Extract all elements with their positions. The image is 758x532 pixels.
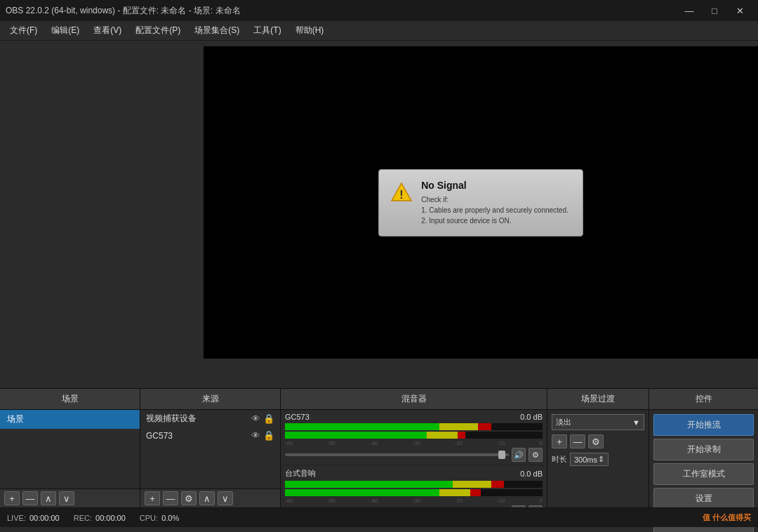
- svg-text:!: !: [400, 189, 404, 201]
- transition-toolbar: + — ⚙: [552, 434, 644, 448]
- source-visibility-icon[interactable]: 👁: [251, 413, 260, 424]
- duration-label: 时长: [552, 454, 567, 465]
- studio-mode-button[interactable]: 工作室模式: [653, 463, 754, 485]
- warning-icon: !: [390, 181, 413, 204]
- cpu-status: CPU: 0.0%: [140, 514, 179, 522]
- sources-add-button[interactable]: +: [145, 491, 160, 505]
- menu-view[interactable]: 查看(V): [86, 22, 128, 39]
- rec-label: REC:: [74, 514, 92, 522]
- mute-button-1[interactable]: 🔊: [512, 448, 526, 462]
- window-title: OBS 22.0.2 (64-bit, windows) - 配置文件: 未命名…: [6, 5, 677, 17]
- track-name-1: GC573: [285, 413, 310, 421]
- scenes-toolbar: + — ∧ ∨: [0, 488, 140, 507]
- preview-area: ! No Signal Check if: 1. Cables are prop…: [204, 46, 758, 359]
- transition-dropdown-icon: ▼: [632, 418, 640, 427]
- transition-remove-button[interactable]: —: [570, 434, 585, 448]
- sources-panel: 来源 视频捕获设备 👁 🔒 GC573 👁 🔒: [140, 389, 281, 507]
- source-lock-icon[interactable]: 🔒: [263, 413, 274, 424]
- scenes-up-button[interactable]: ∧: [41, 491, 56, 505]
- start-record-button[interactable]: 开始录制: [653, 439, 754, 460]
- volume-slider-1[interactable]: [498, 451, 505, 459]
- sources-remove-button[interactable]: —: [163, 491, 178, 505]
- scenes-down-button[interactable]: ∨: [59, 491, 74, 505]
- track-header-2: 台式音响 0.0 dB: [285, 468, 543, 479]
- rec-status: REC: 00:00:00: [74, 514, 126, 522]
- track-name-2: 台式音响: [285, 468, 316, 479]
- rec-value: 00:00:00: [95, 514, 126, 522]
- status-right: 值 什么值得买: [703, 512, 751, 523]
- cpu-label: CPU:: [140, 514, 158, 522]
- transitions-panel: 场景过渡 淡出 ▼ + — ⚙ 时长 300ms ⇕: [547, 389, 649, 507]
- watermark-text: 值 什么值得买: [703, 512, 751, 523]
- source-icons: 👁 🔒: [251, 413, 274, 424]
- controls-panel-header: 控件: [649, 389, 758, 410]
- scenes-remove-button[interactable]: —: [22, 491, 38, 505]
- scenes-panel: 场景 场景 + — ∧ ∨: [0, 389, 140, 507]
- transition-duration: 时长 300ms ⇕: [552, 453, 644, 466]
- source-visibility-icon[interactable]: 👁: [251, 430, 260, 441]
- duration-spinner-icon[interactable]: ⇕: [598, 455, 604, 464]
- no-signal-line1: 1. Cables are properly and securely conn…: [421, 205, 568, 215]
- no-signal-line2: 2. Input source device is ON.: [421, 215, 568, 226]
- bottom-section: 场景 场景 + — ∧ ∨ 来源 视频捕获设备 👁 🔒: [0, 388, 758, 532]
- menu-help[interactable]: 帮助(H): [288, 22, 331, 39]
- minimize-button[interactable]: —: [677, 0, 702, 21]
- menu-edit[interactable]: 编辑(E): [44, 22, 86, 39]
- track-header-1: GC573 0.0 dB: [285, 413, 543, 421]
- mixer-content: GC573 0.0 dB: [281, 410, 547, 507]
- track-controls-1: 🔊 ⚙: [285, 448, 543, 462]
- transition-type-label: 淡出: [556, 417, 571, 427]
- maximize-button[interactable]: □: [702, 0, 727, 21]
- window-controls: — □ ✕: [677, 0, 752, 21]
- transitions-panel-header: 场景过渡: [547, 389, 649, 410]
- no-signal-check: Check if:: [421, 194, 568, 205]
- scene-item[interactable]: 场景: [0, 410, 140, 429]
- source-lock-icon[interactable]: 🔒: [263, 430, 274, 441]
- title-bar: OBS 22.0.2 (64-bit, windows) - 配置文件: 未命名…: [0, 0, 758, 21]
- scenes-panel-header: 场景: [0, 389, 140, 410]
- mixer-panel-header: 混音器: [281, 389, 547, 410]
- transition-content: 淡出 ▼ + — ⚙ 时长 300ms ⇕: [547, 410, 649, 507]
- menu-file[interactable]: 文件(F): [3, 22, 44, 39]
- sources-settings-button[interactable]: ⚙: [181, 491, 197, 505]
- mixer-track-2: 台式音响 0.0 dB: [281, 465, 547, 507]
- mixer-panel: 混音器 GC573 0.0 dB: [281, 389, 547, 507]
- status-bar: LIVE: 00:00:00 REC: 00:00:00 CPU: 0.0% 值…: [0, 507, 758, 527]
- track-db-1: 0.0 dB: [520, 413, 543, 421]
- scenes-add-button[interactable]: +: [4, 491, 20, 505]
- sources-down-button[interactable]: ∨: [218, 491, 233, 505]
- settings-button[interactable]: 设置: [653, 488, 754, 510]
- menu-tools[interactable]: 工具(T): [246, 22, 288, 39]
- menu-scenes[interactable]: 场景集合(S): [187, 22, 246, 39]
- sources-panel-header: 来源: [140, 389, 280, 410]
- transition-add-button[interactable]: +: [552, 434, 567, 448]
- transition-type-select[interactable]: 淡出 ▼: [552, 414, 644, 430]
- source-name: GC573: [146, 431, 173, 441]
- mixer-track-1: GC573 0.0 dB: [281, 410, 547, 465]
- close-button[interactable]: ✕: [727, 0, 752, 21]
- controls-panel: 控件 开始推流 开始录制 工作室模式 设置 退出: [649, 389, 758, 507]
- transition-settings-button[interactable]: ⚙: [588, 434, 604, 448]
- start-stream-button[interactable]: 开始推流: [653, 414, 754, 436]
- duration-value: 300ms: [574, 455, 597, 464]
- source-icons: 👁 🔒: [251, 430, 274, 441]
- no-signal-title: No Signal: [421, 180, 568, 191]
- sources-up-button[interactable]: ∧: [199, 491, 215, 505]
- menu-profile[interactable]: 配置文件(P): [128, 22, 187, 39]
- no-signal-dialog: ! No Signal Check if: 1. Cables are prop…: [378, 169, 583, 237]
- scene-list: 场景: [0, 410, 140, 488]
- track-db-2: 0.0 dB: [520, 470, 543, 478]
- live-value: 00:00:00: [29, 514, 60, 522]
- live-status: LIVE: 00:00:00: [7, 514, 60, 522]
- sources-toolbar: + — ⚙ ∧ ∨: [140, 488, 280, 507]
- source-item[interactable]: GC573 👁 🔒: [140, 427, 280, 444]
- duration-input[interactable]: 300ms ⇕: [570, 453, 609, 466]
- no-signal-text: No Signal Check if: 1. Cables are proper…: [421, 180, 568, 226]
- source-item[interactable]: 视频捕获设备 👁 🔒: [140, 410, 280, 427]
- menu-bar: 文件(F) 编辑(E) 查看(V) 配置文件(P) 场景集合(S) 工具(T) …: [0, 21, 758, 41]
- live-label: LIVE:: [7, 514, 26, 522]
- track-settings-1[interactable]: ⚙: [528, 448, 543, 462]
- source-list: 视频捕获设备 👁 🔒 GC573 👁 🔒: [140, 410, 280, 488]
- cpu-value: 0.0%: [161, 514, 179, 522]
- panels-row: 场景 场景 + — ∧ ∨ 来源 视频捕获设备 👁 🔒: [0, 388, 758, 507]
